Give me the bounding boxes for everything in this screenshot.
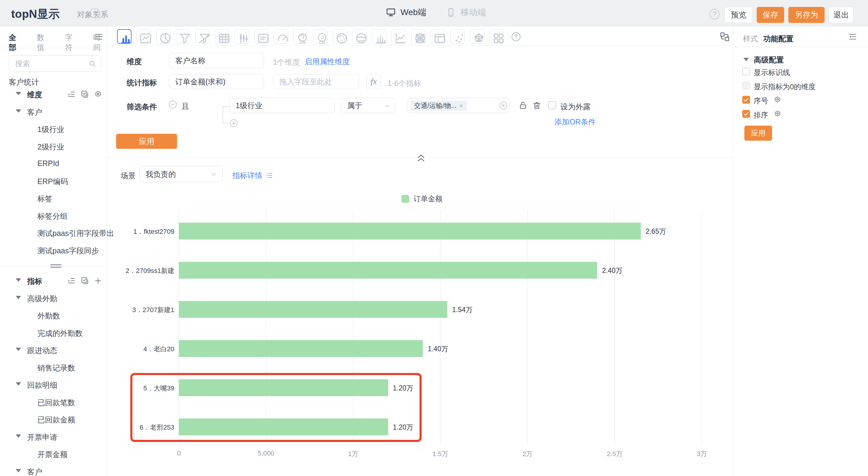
plus-icon[interactable] — [93, 276, 102, 285]
chart-type-funnel[interactable] — [176, 29, 190, 44]
chart-type-trend-line[interactable] — [392, 29, 406, 44]
indent-list-icon[interactable] — [67, 90, 76, 99]
chart-type-pie-chart[interactable] — [156, 29, 171, 44]
tree-row-2级行业[interactable]: 2级行业 — [0, 141, 107, 153]
tree-item-label[interactable]: 标签分组 — [37, 211, 67, 221]
tree-row-标签分组[interactable]: 标签分组 — [0, 210, 107, 222]
chart-type-card[interactable] — [254, 29, 269, 44]
swap-layout-icon[interactable] — [718, 30, 731, 43]
tree-item-label[interactable]: 标签 — [37, 194, 53, 204]
tree-row-维度[interactable]: 维度 — [0, 89, 107, 101]
filter-value-tag[interactable]: 交通/运输/物...× — [410, 101, 467, 111]
caret-down-icon[interactable] — [16, 109, 21, 113]
metric-field[interactable]: 订单金额(求和) — [169, 74, 264, 89]
gear-icon[interactable] — [773, 109, 782, 118]
add-or-condition-link[interactable]: 添加OR条件 — [554, 117, 596, 127]
tab-style[interactable]: 样式 — [743, 34, 758, 44]
apply-config-button[interactable]: 应用 — [116, 134, 177, 149]
legend[interactable]: 订单金额 — [401, 194, 442, 204]
remove-tag-icon[interactable]: × — [460, 102, 463, 109]
chart-type-funnel-compare[interactable] — [195, 29, 210, 44]
menu-fold-icon[interactable] — [848, 32, 858, 42]
enable-attribute-dimension-link[interactable]: 启用属性维度 — [305, 57, 350, 67]
search-input[interactable] — [15, 56, 88, 71]
menu-fold-icon[interactable] — [94, 32, 104, 42]
caret-down-icon[interactable] — [16, 296, 21, 299]
tree-row-1级行业[interactable]: 1级行业 — [0, 123, 107, 135]
tab-function-config[interactable]: 功能配置 — [763, 34, 794, 44]
tree-item-label[interactable]: 已回款笔数 — [37, 398, 75, 408]
caret-down-icon[interactable] — [16, 348, 21, 351]
formula-fx-button[interactable]: fx — [367, 74, 381, 89]
gear-hex-icon[interactable] — [93, 90, 102, 99]
tree-item-label[interactable]: 销售记录数 — [37, 363, 75, 373]
tree-row-已回款笔数[interactable]: 已回款笔数 — [0, 397, 107, 409]
collapse-panel-icon[interactable] — [414, 152, 428, 163]
tree-row-客户[interactable]: 客户 — [0, 466, 107, 476]
save-as-button[interactable]: 另存为 — [788, 7, 825, 23]
chart-type-table[interactable] — [215, 29, 229, 44]
tree-item-label[interactable]: 开票金额 — [37, 449, 67, 460]
chart-type-column-chart[interactable] — [372, 29, 386, 44]
metric-drop-zone[interactable]: 拖入字段至此处 — [273, 74, 359, 89]
platform-tab-mobile[interactable]: 移动端 — [445, 7, 486, 18]
option-checkbox-0[interactable] — [742, 67, 750, 75]
filter-value-box[interactable]: 交通/运输/物...× — [407, 98, 510, 113]
tree-item-label[interactable]: ERPId — [37, 159, 59, 168]
chart-type-bar-chart[interactable] — [117, 29, 131, 44]
tree-item-label[interactable]: 1级行业 — [37, 125, 64, 134]
apply-panel-button[interactable]: 应用 — [744, 126, 772, 141]
filter-field-input[interactable]: 1级行业 — [229, 98, 335, 113]
tree-row-销售记录数[interactable]: 销售记录数 — [0, 362, 107, 374]
chart-type-line-chart[interactable] — [136, 29, 151, 44]
tree-row-完成的外勤数[interactable]: 完成的外勤数 — [0, 327, 107, 339]
chart-type-grid-dashboard[interactable] — [490, 29, 504, 44]
caret-down-icon[interactable] — [16, 92, 21, 95]
tree-item-label[interactable]: 测试paas字段同步 — [37, 246, 99, 256]
tree-row-指标[interactable]: 指标 — [0, 275, 107, 287]
caret-down-icon[interactable] — [16, 382, 21, 386]
exit-button[interactable]: 退出 — [829, 7, 854, 23]
caret-down-icon[interactable] — [743, 58, 749, 61]
chart-type-china-dot-map[interactable]: CN — [313, 29, 328, 44]
lock-icon[interactable] — [518, 101, 528, 110]
chart-type-china-map[interactable]: CN — [293, 29, 308, 44]
platform-tab-web[interactable]: Web端 — [385, 7, 426, 18]
option-checkbox-2[interactable] — [742, 96, 750, 104]
copy-check-icon[interactable] — [80, 276, 89, 285]
tree-row-开票金额[interactable]: 开票金额 — [0, 448, 107, 460]
tree-row-测试paas字段同步[interactable]: 测试paas字段同步 — [0, 245, 107, 257]
field-tab-1[interactable]: 数值 — [37, 33, 50, 53]
metric-detail-link[interactable]: 指标详情 — [232, 171, 273, 180]
chart-type-candlestick[interactable] — [235, 29, 249, 44]
tree-row-客户[interactable]: 客户 — [0, 106, 107, 118]
header-help-icon[interactable]: ? — [709, 9, 720, 19]
chart-type-globe[interactable] — [352, 29, 367, 44]
save-button[interactable]: 保存 — [757, 7, 784, 23]
chart-type-radar[interactable] — [470, 29, 484, 44]
dimension-field[interactable]: 客户名称 — [169, 53, 264, 68]
expose-checkbox[interactable] — [548, 101, 556, 109]
chart-type-world-dot-map[interactable] — [333, 29, 347, 44]
gear-icon[interactable] — [773, 95, 782, 104]
caret-down-icon[interactable] — [16, 278, 21, 282]
trash-icon[interactable] — [532, 101, 542, 110]
subtitle-help-icon[interactable]: ? — [90, 8, 100, 19]
caret-down-icon[interactable] — [16, 434, 21, 438]
chart-type-grid-heatmap[interactable] — [411, 29, 426, 44]
add-and-condition-icon[interactable] — [228, 118, 239, 128]
chart-type-layout-table[interactable] — [431, 29, 445, 44]
copy-check-icon[interactable] — [80, 90, 89, 99]
tree-row-ERPId[interactable]: ERPId — [0, 158, 107, 170]
tree-item-label[interactable]: 2级行业 — [37, 142, 64, 152]
tree-item-label[interactable]: ERP编码 — [37, 176, 68, 186]
tree-item-label[interactable]: 外勤数 — [37, 311, 60, 321]
field-tab-0[interactable]: 全部 — [9, 33, 22, 53]
tree-item-label[interactable]: 完成的外勤数 — [37, 328, 83, 338]
tree-row-ERP编码[interactable]: ERP编码 — [0, 175, 107, 188]
indent-list-icon[interactable] — [67, 276, 76, 285]
tree-item-label[interactable]: 已回款金额 — [37, 415, 75, 425]
option-checkbox-3[interactable] — [742, 110, 750, 118]
toolbar-help-icon[interactable] — [510, 31, 522, 42]
preview-button[interactable]: 预览 — [724, 7, 753, 23]
